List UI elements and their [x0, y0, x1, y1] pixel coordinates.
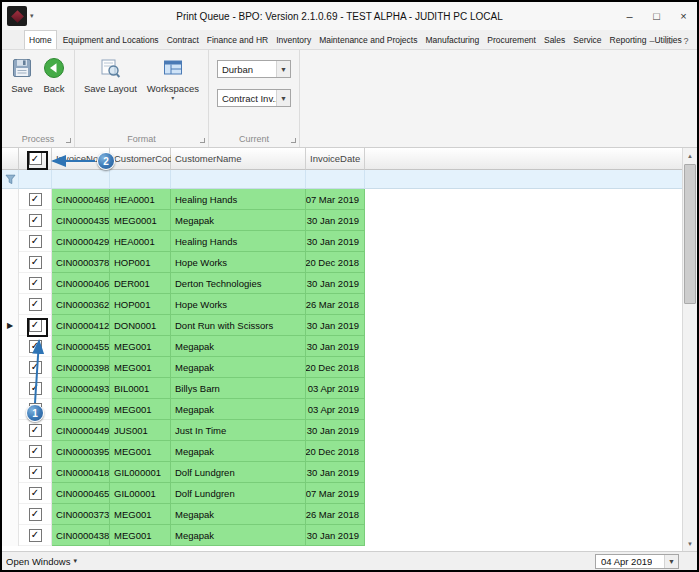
- cell-customername: Hope Works: [171, 294, 306, 315]
- table-row[interactable]: ✓CIN0000362HOP001Hope Works26 Mar 2018: [2, 294, 682, 315]
- table-row[interactable]: ✓CIN0000455MEG001Megapak30 Jan 2019: [2, 336, 682, 357]
- process-dialog-launcher-icon[interactable]: [66, 138, 71, 143]
- tab-finance-and-hr[interactable]: Finance and HR: [205, 30, 270, 49]
- row-checkbox[interactable]: ✓: [29, 235, 42, 248]
- row-checkbox[interactable]: ✓: [29, 214, 42, 227]
- back-icon: [43, 57, 65, 81]
- tab-procurement[interactable]: Procurement: [485, 30, 538, 49]
- app-logo-icon[interactable]: [7, 6, 27, 26]
- row-checkbox[interactable]: ✓: [29, 508, 42, 521]
- current-dialog-launcher-icon[interactable]: [291, 138, 296, 143]
- tab-sales[interactable]: Sales: [542, 30, 567, 49]
- filter-cell-customername[interactable]: [171, 170, 306, 189]
- cell-customername: Megapak: [171, 525, 306, 546]
- filter-cell-customercode[interactable]: [110, 170, 171, 189]
- row-checkbox[interactable]: ✓: [29, 340, 42, 353]
- open-windows-dropdown-icon: ▾: [73, 557, 77, 565]
- quick-access-dropdown-icon[interactable]: ▾: [30, 12, 34, 20]
- select-all-checkbox[interactable]: ✓: [29, 152, 42, 165]
- window-controls: – □ ×: [616, 2, 697, 30]
- tab-service[interactable]: Service: [571, 30, 603, 49]
- column-header-customercode[interactable]: CustomerCode: [110, 148, 171, 170]
- filter-cell-invoiceno[interactable]: [52, 170, 110, 189]
- save-icon: [11, 57, 33, 81]
- row-indicator: [2, 231, 19, 252]
- row-checkbox[interactable]: ✓: [29, 445, 42, 458]
- filter-row-indicator: [2, 170, 19, 189]
- row-checkbox[interactable]: ✓: [29, 298, 42, 311]
- minimize-button[interactable]: –: [616, 2, 643, 30]
- row-checkbox[interactable]: ✓: [29, 361, 42, 374]
- table-row[interactable]: ✓CIN0000406DER001Derton Technologies30 J…: [2, 273, 682, 294]
- row-checkbox[interactable]: ✓: [29, 529, 42, 542]
- row-checkbox[interactable]: ✓: [29, 487, 42, 500]
- close-button[interactable]: ×: [670, 2, 697, 30]
- cell-invoicedate: 30 Jan 2019: [306, 231, 365, 252]
- tab-equipment-and-locations[interactable]: Equipment and Locations: [61, 30, 161, 49]
- tab-manufacturing[interactable]: Manufacturing: [423, 30, 481, 49]
- ribbon-minimize-button[interactable]: –: [644, 33, 660, 49]
- cell-invoiceno: CIN0000468: [52, 189, 110, 210]
- cell-invoicedate: 07 Mar 2019: [306, 189, 365, 210]
- tab-reporting[interactable]: Reporting: [608, 30, 649, 49]
- column-header-customername[interactable]: CustomerName: [171, 148, 306, 170]
- tab-maintenance-and-projects[interactable]: Maintenance and Projects: [317, 30, 419, 49]
- table-row[interactable]: ✓CIN0000395MEG001Megapak20 Dec 2018: [2, 441, 682, 462]
- vertical-scrollbar[interactable]: ▲ ▼: [682, 148, 697, 551]
- scroll-down-icon[interactable]: ▼: [683, 536, 697, 551]
- table-row[interactable]: ✓CIN0000398MEG001Megapak20 Dec 2018: [2, 357, 682, 378]
- site-dropdown-icon[interactable]: ▼: [276, 61, 290, 77]
- row-checkbox[interactable]: ✓: [29, 466, 42, 479]
- table-row[interactable]: ✓CIN0000429HEA0001Healing Hands30 Jan 20…: [2, 231, 682, 252]
- filter-cell-invoicedate[interactable]: [306, 170, 365, 189]
- tab-inventory[interactable]: Inventory: [274, 30, 313, 49]
- open-windows-button[interactable]: Open Windows ▾: [6, 556, 77, 567]
- table-row[interactable]: ✓CIN0000373MEG001Megapak26 Mar 2018: [2, 504, 682, 525]
- cell-customercode: HEA0001: [110, 189, 171, 210]
- scrollbar-thumb[interactable]: [684, 164, 696, 304]
- table-row[interactable]: ✓CIN0000499MEG001Megapak03 Apr 2019: [2, 399, 682, 420]
- table-row[interactable]: ✓CIN0000378HOP001Hope Works20 Dec 2018: [2, 252, 682, 273]
- row-checkbox[interactable]: ✓: [29, 424, 42, 437]
- table-row[interactable]: ✓CIN0000449JUS001Just In Time30 Jan 2019: [2, 420, 682, 441]
- row-indicator: [2, 273, 19, 294]
- grid-filter-row: [2, 170, 682, 189]
- workspaces-button[interactable]: Workspaces ▾: [142, 54, 204, 103]
- row-checkbox[interactable]: ✓: [29, 256, 42, 269]
- table-row[interactable]: ✓CIN0000438MEG001Megapak30 Jan 2019: [2, 525, 682, 546]
- save-layout-button[interactable]: Save Layout: [79, 54, 142, 97]
- tab-contract[interactable]: Contract: [165, 30, 201, 49]
- row-filler: [365, 441, 682, 462]
- table-row[interactable]: ▶✓CIN0000412DON0001Dont Run with Scissor…: [2, 315, 682, 336]
- date-dropdown-icon[interactable]: ▼: [664, 555, 678, 568]
- maximize-button[interactable]: □: [643, 2, 670, 30]
- scroll-up-icon[interactable]: ▲: [683, 148, 697, 163]
- row-checkbox[interactable]: ✓: [29, 319, 42, 332]
- cell-customername: Megapak: [171, 357, 306, 378]
- back-button[interactable]: Back: [38, 54, 70, 97]
- cell-customercode: MEG001: [110, 399, 171, 420]
- save-button[interactable]: Save: [6, 54, 38, 97]
- queue-dropdown-icon[interactable]: ▼: [276, 90, 290, 106]
- table-row[interactable]: ✓CIN0000418GIL000001Dolf Lundgren30 Jan …: [2, 462, 682, 483]
- table-row[interactable]: ✓CIN0000468HEA0001Healing Hands07 Mar 20…: [2, 189, 682, 210]
- ribbon-restore-button[interactable]: □: [661, 33, 677, 49]
- queue-select[interactable]: Contract Inv... ▼: [217, 89, 291, 107]
- table-row[interactable]: ✓CIN0000465GIL00001Dolf Lundgren07 Mar 2…: [2, 483, 682, 504]
- cell-invoiceno: CIN0000406: [52, 273, 110, 294]
- row-checkbox[interactable]: ✓: [29, 193, 42, 206]
- row-checkbox[interactable]: ✓: [29, 277, 42, 290]
- ribbon-help-button[interactable]: ?: [678, 33, 694, 49]
- row-filler: [365, 420, 682, 441]
- tab-home[interactable]: Home: [24, 30, 57, 49]
- statusbar: Open Windows ▾ 04 Apr 2019 ▼: [2, 551, 697, 570]
- date-picker[interactable]: 04 Apr 2019 ▼: [595, 554, 679, 569]
- site-select[interactable]: Durban ▼: [217, 60, 291, 78]
- table-row[interactable]: ✓CIN0000493BIL0001Billys Barn03 Apr 2019: [2, 378, 682, 399]
- column-header-invoicedate[interactable]: InvoiceDate: [306, 148, 365, 170]
- row-checkbox[interactable]: ✓: [29, 382, 42, 395]
- cell-customercode: GIL000001: [110, 462, 171, 483]
- row-filler: [365, 525, 682, 546]
- format-dialog-launcher-icon[interactable]: [200, 138, 205, 143]
- table-row[interactable]: ✓CIN0000435MEG0001Megapak30 Jan 2019: [2, 210, 682, 231]
